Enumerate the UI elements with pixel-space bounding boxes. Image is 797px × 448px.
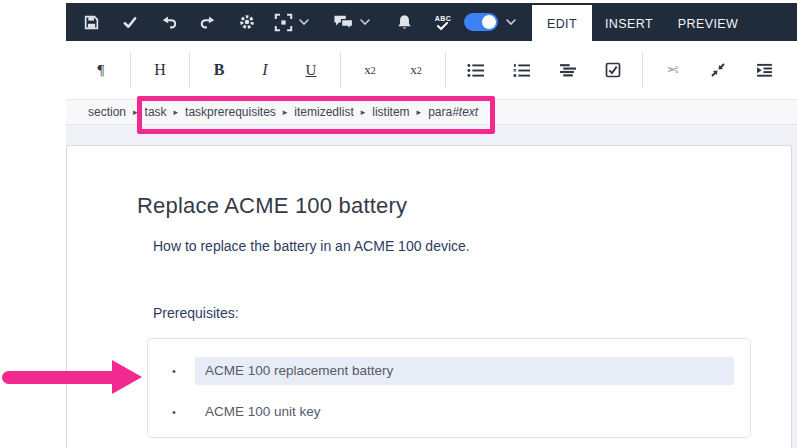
toolbar-divider <box>445 52 446 88</box>
list-item-text[interactable]: ACME 100 unit key <box>195 398 734 426</box>
list-item: • ACME 100 unit key <box>148 398 750 426</box>
bold-button[interactable]: B <box>199 53 239 87</box>
breadcrumb-current-suffix: #text <box>452 105 478 119</box>
spellcheck-abc-icon: ABC <box>435 15 452 30</box>
save-button[interactable] <box>79 10 103 34</box>
procedure-checkbox-button[interactable] <box>593 53 633 87</box>
breadcrumb-item-itemizedlist[interactable]: itemizedlist <box>294 105 353 119</box>
toolbar-divider <box>340 52 341 88</box>
mode-tabs: EDIT INSERT PREVIEW <box>532 5 750 41</box>
bulleted-list-icon <box>467 63 484 78</box>
redo-button[interactable] <box>196 10 220 34</box>
superscript-button[interactable]: x2 <box>350 53 390 87</box>
gear-icon <box>238 13 256 31</box>
merge-arrows-icon <box>710 62 726 78</box>
bullet-icon: • <box>172 406 195 418</box>
toolbar-divider <box>130 52 131 88</box>
breadcrumb-separator: ▸ <box>283 107 288 117</box>
italic-button[interactable]: I <box>245 53 285 87</box>
chevron-down-icon[interactable] <box>506 19 516 25</box>
breadcrumb-item-para-text[interactable]: para#text <box>428 105 478 119</box>
prerequisites-label[interactable]: Prerequisites: <box>153 303 239 323</box>
tab-preview[interactable]: PREVIEW <box>666 5 750 43</box>
subscript-button[interactable]: x2 <box>396 53 436 87</box>
spellcheck-toggle[interactable] <box>464 13 498 31</box>
chevron-down-icon <box>299 19 309 25</box>
save-icon <box>83 14 100 31</box>
indent-button[interactable] <box>744 53 784 87</box>
breadcrumb-current-label: para <box>428 105 452 119</box>
selection-mode-dropdown[interactable] <box>274 13 309 32</box>
chevron-down-icon <box>360 19 370 25</box>
breadcrumb-item-section[interactable]: section <box>88 105 126 119</box>
itemized-list: • ACME 100 replacement battery • ACME 10… <box>147 338 751 438</box>
selection-frame-icon <box>274 13 293 32</box>
toggle-knob <box>482 15 496 29</box>
redo-icon <box>199 14 217 30</box>
breadcrumb-item-listitem[interactable]: listitem <box>372 105 409 119</box>
list-item: • ACME 100 replacement battery <box>148 357 750 385</box>
heading-button[interactable]: H <box>140 53 180 87</box>
numbered-list-button[interactable] <box>501 53 541 87</box>
breadcrumb-item-taskprerequisites[interactable]: taskprerequisites <box>185 105 276 119</box>
breadcrumb: section ▸ task ▸ taskprerequisites ▸ ite… <box>66 100 797 125</box>
settings-button[interactable] <box>235 10 259 34</box>
notifications-button[interactable] <box>392 10 416 34</box>
document-title[interactable]: Replace ACME 100 battery <box>137 191 407 221</box>
breadcrumb-separator: ▸ <box>361 107 366 117</box>
toolbar-divider <box>189 52 190 88</box>
definition-list-icon <box>559 63 576 78</box>
annotation-arrow <box>2 371 114 384</box>
definition-list-button[interactable] <box>547 53 587 87</box>
merge-button[interactable] <box>698 53 738 87</box>
tab-insert[interactable]: INSERT <box>592 5 666 43</box>
scissors-icon: ✂ <box>666 61 679 79</box>
comments-icon <box>333 14 354 31</box>
cut-split-button[interactable]: ✂ <box>652 53 692 87</box>
indent-icon <box>756 63 773 78</box>
checkbox-check-icon <box>605 62 621 78</box>
formatting-toolbar: ¶ H B I U x2 x2 <box>66 41 797 100</box>
undo-icon <box>160 14 178 30</box>
main-toolbar: ABC EDIT INSERT PREVIEW <box>66 3 797 41</box>
bell-icon <box>396 14 413 31</box>
check-icon <box>122 15 138 30</box>
undo-button[interactable] <box>157 10 181 34</box>
breadcrumb-item-task[interactable]: task <box>145 105 167 119</box>
comments-dropdown[interactable] <box>333 14 370 31</box>
bullet-icon: • <box>172 365 195 377</box>
annotation-arrow-head-icon <box>112 360 142 394</box>
list-item-text-selected[interactable]: ACME 100 replacement battery <box>195 357 734 385</box>
document-panel: Replace ACME 100 battery How to replace … <box>66 145 792 448</box>
numbered-list-icon <box>513 63 530 78</box>
editor-content-area: Replace ACME 100 battery How to replace … <box>66 125 797 448</box>
toolbar-divider <box>642 52 643 88</box>
subscript-script: 2 <box>417 65 422 76</box>
outdent-button[interactable] <box>790 53 797 87</box>
breadcrumb-separator: ▸ <box>133 107 138 117</box>
superscript-script: 2 <box>371 65 376 76</box>
bulleted-list-button[interactable] <box>455 53 495 87</box>
validate-button[interactable] <box>118 10 142 34</box>
tab-edit[interactable]: EDIT <box>532 5 592 43</box>
breadcrumb-separator: ▸ <box>417 107 422 117</box>
breadcrumb-separator: ▸ <box>174 107 179 117</box>
paragraph-button[interactable]: ¶ <box>81 53 121 87</box>
spellcheck-button[interactable]: ABC <box>430 10 456 34</box>
underline-button[interactable]: U <box>291 53 331 87</box>
document-intro-paragraph[interactable]: How to replace the battery in an ACME 10… <box>153 236 470 256</box>
